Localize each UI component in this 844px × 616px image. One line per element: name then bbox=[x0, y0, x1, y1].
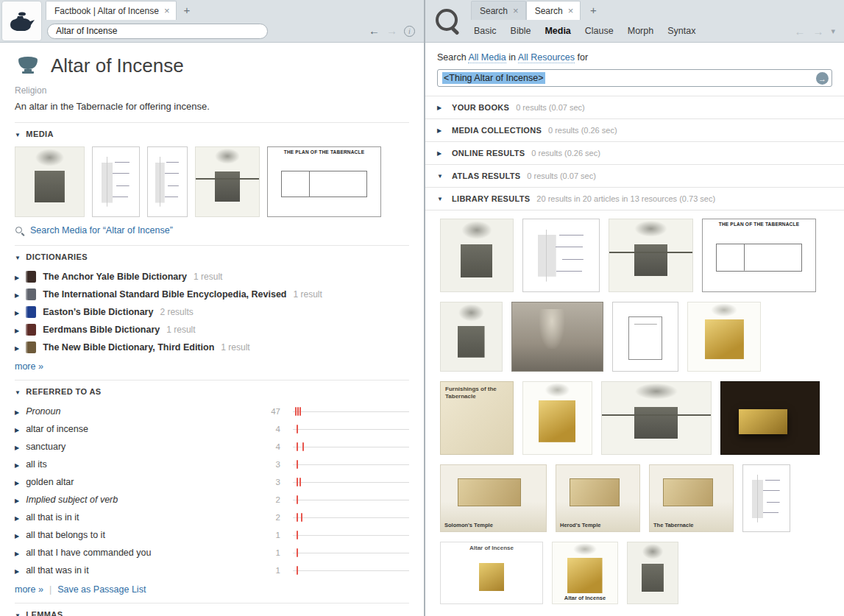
referred-item[interactable]: golden altar 3 bbox=[15, 473, 409, 491]
dictionary-item[interactable]: The New Bible Dictionary, Third Edition … bbox=[15, 339, 409, 356]
result-thumbnail[interactable] bbox=[440, 302, 503, 372]
dictionary-title[interactable]: The New Bible Dictionary, Third Edition bbox=[43, 342, 214, 353]
back-arrow-icon[interactable] bbox=[794, 25, 805, 38]
expand-triangle-icon[interactable]: ▶ bbox=[437, 150, 445, 157]
expand-triangle-icon[interactable] bbox=[15, 512, 19, 523]
expand-triangle-icon[interactable] bbox=[15, 477, 19, 487]
result-thumbnail[interactable]: Altar of Incense bbox=[552, 542, 618, 604]
referred-term[interactable]: all that was in it bbox=[26, 565, 88, 576]
search-kind-item[interactable]: Clause bbox=[585, 26, 614, 36]
dictionary-item[interactable]: Eerdmans Bible Dictionary 1 result bbox=[15, 321, 409, 339]
referred-item[interactable]: all that was in it 1 bbox=[15, 562, 409, 579]
result-section-row[interactable]: ▼ LIBRARY RESULTS 20 results in 20 artic… bbox=[425, 188, 844, 210]
result-thumbnail[interactable]: Altar of Incense bbox=[440, 542, 543, 604]
result-thumbnail[interactable]: Herod's Temple bbox=[556, 464, 640, 532]
referred-item[interactable]: altar of incense 4 bbox=[15, 420, 409, 438]
result-thumbnail[interactable]: Furnishings of the Tabernacle bbox=[440, 381, 514, 455]
result-thumbnail[interactable] bbox=[511, 302, 603, 372]
referred-item[interactable]: Implied subject of verb 2 bbox=[15, 491, 409, 509]
search-media-link[interactable]: Search Media for “Altar of Incense” bbox=[15, 225, 409, 236]
referred-item[interactable]: sanctuary 4 bbox=[15, 438, 409, 456]
lemmas-section-header[interactable]: LEMMAS bbox=[15, 603, 409, 616]
expand-triangle-icon[interactable]: ▼ bbox=[437, 196, 445, 202]
media-thumbnail[interactable] bbox=[147, 146, 188, 217]
media-thumbnail[interactable]: THE PLAN OF THE TABERNACLE bbox=[267, 146, 381, 217]
referred-term[interactable]: sanctuary bbox=[26, 442, 65, 452]
result-thumbnail[interactable]: Solomon's Temple bbox=[440, 464, 547, 532]
referred-term[interactable]: Implied subject of verb bbox=[26, 495, 118, 505]
expand-triangle-icon[interactable] bbox=[15, 342, 19, 353]
media-thumbnail[interactable] bbox=[92, 146, 140, 217]
expand-triangle-icon[interactable] bbox=[15, 495, 19, 505]
referred-term[interactable]: altar of incense bbox=[26, 424, 88, 434]
referred-section-header[interactable]: REFERRED TO AS bbox=[15, 380, 409, 403]
result-section-row[interactable]: ▶ YOUR BOOKS 0 results (0.07 sec) bbox=[425, 96, 844, 119]
dictionary-item[interactable]: Easton’s Bible Dictionary 2 results bbox=[15, 303, 409, 321]
dictionary-title[interactable]: The International Standard Bible Encyclo… bbox=[43, 289, 286, 300]
search-kind-item[interactable]: Morph bbox=[628, 26, 653, 36]
referred-term[interactable]: all that belongs to it bbox=[26, 530, 105, 540]
result-thumbnail[interactable] bbox=[742, 464, 790, 532]
referred-item[interactable]: all that belongs to it 1 bbox=[15, 526, 409, 544]
search-query-text[interactable]: <Thing Altar of Incense> bbox=[442, 72, 545, 84]
referred-term[interactable]: all its bbox=[26, 459, 46, 470]
result-thumbnail[interactable]: THE PLAN OF THE TABERNACLE bbox=[702, 219, 816, 292]
result-thumbnail[interactable] bbox=[627, 542, 678, 604]
result-section-row[interactable]: ▼ ATLAS RESULTS 0 results (0.07 sec) bbox=[425, 165, 844, 188]
result-thumbnail[interactable] bbox=[720, 381, 820, 455]
media-thumbnail[interactable] bbox=[15, 146, 85, 217]
referred-term[interactable]: all that I have commanded you bbox=[26, 548, 151, 558]
referred-item[interactable]: all that is in it 2 bbox=[15, 509, 409, 526]
result-thumbnail[interactable] bbox=[522, 381, 592, 455]
search-kind-item[interactable]: Media bbox=[545, 26, 570, 36]
expand-triangle-icon[interactable] bbox=[15, 325, 19, 335]
expand-triangle-icon[interactable] bbox=[15, 272, 19, 282]
referred-more-link[interactable]: more » bbox=[15, 584, 43, 595]
result-thumbnail[interactable]: The Tabernacle bbox=[649, 464, 734, 532]
collapse-triangle-icon[interactable] bbox=[15, 387, 21, 396]
referred-item[interactable]: all that I have commanded you 1 bbox=[15, 544, 409, 562]
result-thumbnail[interactable] bbox=[609, 219, 693, 292]
expand-triangle-icon[interactable] bbox=[15, 530, 19, 540]
info-icon[interactable] bbox=[404, 26, 415, 37]
save-passage-list-link[interactable]: Save as Passage List bbox=[57, 584, 146, 595]
dictionaries-section-header[interactable]: DICTIONARIES bbox=[15, 246, 409, 268]
dictionaries-more-link[interactable]: more » bbox=[15, 361, 43, 372]
referred-item[interactable]: all its 3 bbox=[15, 456, 409, 473]
result-section-row[interactable]: ▶ ONLINE RESULTS 0 results (0.26 sec) bbox=[425, 142, 844, 165]
expand-triangle-icon[interactable] bbox=[15, 307, 19, 317]
forward-arrow-icon[interactable] bbox=[386, 24, 397, 38]
collapse-triangle-icon[interactable] bbox=[15, 610, 21, 616]
referred-term[interactable]: Pronoun bbox=[26, 406, 60, 417]
result-thumbnail[interactable] bbox=[601, 381, 712, 455]
search-query-input[interactable]: <Thing Altar of Incense> bbox=[437, 69, 832, 87]
expand-triangle-icon[interactable] bbox=[15, 289, 19, 300]
scope-dropdown[interactable]: All Media bbox=[468, 52, 506, 63]
chevron-down-icon[interactable] bbox=[831, 26, 835, 36]
expand-triangle-icon[interactable] bbox=[15, 442, 19, 452]
run-search-button[interactable] bbox=[816, 72, 829, 85]
close-tab-icon[interactable] bbox=[568, 5, 574, 16]
expand-triangle-icon[interactable] bbox=[15, 459, 19, 470]
search-tab[interactable]: Search bbox=[471, 1, 526, 20]
close-tab-icon[interactable] bbox=[164, 5, 170, 16]
result-thumbnail[interactable] bbox=[612, 302, 678, 372]
search-kind-item[interactable]: Syntax bbox=[667, 26, 695, 36]
referred-term[interactable]: golden altar bbox=[26, 477, 74, 487]
close-tab-icon[interactable] bbox=[513, 5, 519, 16]
back-arrow-icon[interactable] bbox=[369, 24, 380, 38]
dictionary-title[interactable]: Eerdmans Bible Dictionary bbox=[43, 325, 160, 335]
referred-term[interactable]: all that is in it bbox=[26, 512, 79, 523]
media-thumbnail[interactable] bbox=[195, 146, 260, 217]
factbook-lamp-icon[interactable] bbox=[1, 1, 42, 41]
forward-arrow-icon[interactable] bbox=[812, 25, 823, 38]
new-tab-icon[interactable] bbox=[590, 4, 597, 20]
media-section-header[interactable]: MEDIA bbox=[15, 123, 409, 145]
factbook-search-input[interactable] bbox=[47, 24, 268, 39]
collapse-triangle-icon[interactable] bbox=[15, 130, 21, 138]
expand-triangle-icon[interactable]: ▼ bbox=[437, 173, 445, 180]
expand-triangle-icon[interactable] bbox=[15, 424, 19, 434]
result-thumbnail[interactable] bbox=[440, 219, 514, 292]
dictionary-title[interactable]: The Anchor Yale Bible Dictionary bbox=[43, 272, 187, 282]
dictionary-item[interactable]: The International Standard Bible Encyclo… bbox=[15, 286, 409, 303]
